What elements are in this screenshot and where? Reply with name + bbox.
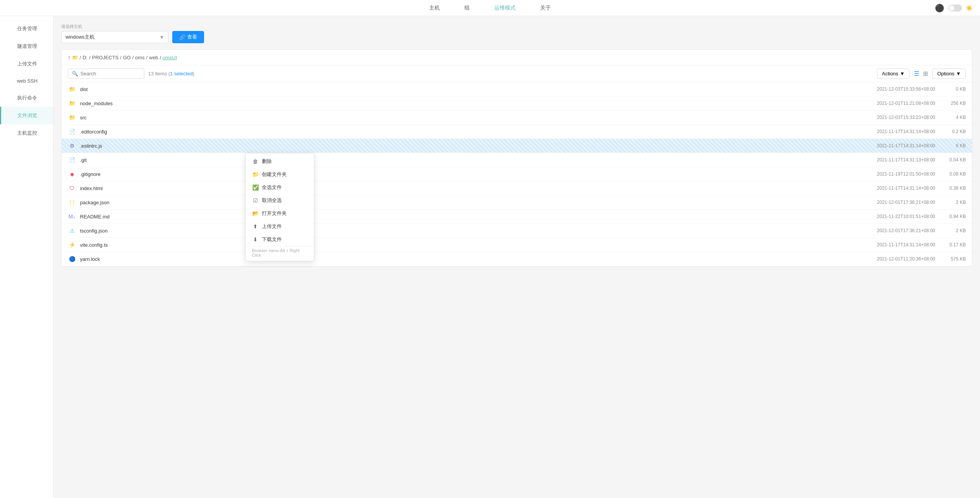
file-name: src bbox=[80, 115, 851, 120]
file-size: 2 KB bbox=[935, 228, 966, 233]
file-date: 2021-11-17T14:31:14+08:00 bbox=[851, 143, 935, 148]
breadcrumb-sep-3: / bbox=[120, 55, 122, 60]
grid-view-button[interactable]: ⊞ bbox=[922, 69, 929, 78]
host-label: 请选择主机 bbox=[61, 24, 972, 29]
breadcrumb-web[interactable]: web bbox=[149, 55, 158, 60]
file-row[interactable]: M↓ README.md 2021-11-22T10:01:51+08:00 0… bbox=[62, 210, 972, 224]
context-menu-item-deselect-all[interactable]: ☑ 取消全选 bbox=[246, 194, 314, 207]
breadcrumb-go[interactable]: GO bbox=[123, 55, 131, 60]
search-box[interactable]: 🔍 bbox=[68, 68, 144, 79]
context-menu-label: 取消全选 bbox=[262, 197, 282, 204]
actions-chevron-icon: ▼ bbox=[900, 71, 905, 76]
context-menu-item-upload[interactable]: ⬆ 上传文件 bbox=[246, 220, 314, 233]
context-menu: 🗑 删除 📁 创建文件夹 ✅ 全选文件 ☑ 取消全选 📂 打开文件夹 ⬆ 上传文… bbox=[245, 153, 314, 261]
breadcrumb-sep-6: / bbox=[160, 55, 161, 60]
sidebar-item-execute[interactable]: 执行命令 bbox=[0, 89, 53, 107]
nav-about[interactable]: 关于 bbox=[537, 3, 554, 13]
context-menu-icon: ☑ bbox=[252, 197, 259, 203]
file-name: .git bbox=[80, 157, 851, 163]
sidebar-item-files[interactable]: 文件浏览 bbox=[0, 107, 53, 124]
nav-host[interactable]: 主机 bbox=[426, 3, 443, 13]
breadcrumb-d[interactable]: D: bbox=[83, 55, 88, 60]
view-button[interactable]: 🔗 查看 bbox=[172, 31, 204, 43]
item-count: 13 items (1 selected) bbox=[148, 71, 194, 76]
file-row[interactable]: 📄 .editorconfig 2021-11-17T14:31:14+08:0… bbox=[62, 125, 972, 139]
list-view-button[interactable]: ☰ bbox=[913, 69, 920, 78]
file-date: 2021-11-17T14:31:13+08:00 bbox=[851, 157, 935, 163]
context-menu-item-select-all[interactable]: ✅ 全选文件 bbox=[246, 181, 314, 194]
file-date: 2021-12-03T15:33:23+08:00 bbox=[851, 115, 935, 120]
file-date: 2021-12-03T15:33:56+08:00 bbox=[851, 86, 935, 92]
actions-button[interactable]: Actions ▼ bbox=[877, 68, 910, 79]
link-icon: 🔗 bbox=[179, 34, 185, 40]
sidebar: 任务管理 隧道管理 上传文件 web SSH 执行命令 文件浏览 主机监控 bbox=[0, 16, 54, 498]
context-menu-item-delete[interactable]: 🗑 删除 bbox=[246, 155, 314, 168]
file-row[interactable]: { } package.json 2021-12-01T17:36:21+08:… bbox=[62, 195, 972, 210]
breadcrumb: ↑ 📁 / D: / PROJECTS / GO / oms / web / o… bbox=[62, 50, 972, 65]
breadcrumb-oms[interactable]: oms bbox=[135, 55, 145, 60]
file-date: 2021-11-22T10:01:51+08:00 bbox=[851, 214, 935, 219]
file-row[interactable]: ⚠ tsconfig.json 2021-12-01T17:36:21+08:0… bbox=[62, 224, 972, 238]
context-menu-label: 全选文件 bbox=[262, 184, 282, 191]
context-menu-label: 创建文件夹 bbox=[262, 171, 287, 178]
up-icon[interactable]: ↑ bbox=[68, 54, 70, 60]
file-row[interactable]: 📁 dist 2021-12-03T15:33:56+08:00 0 KB bbox=[62, 82, 972, 96]
file-name: tsconfig.json bbox=[80, 228, 851, 234]
file-row[interactable]: 🔵 yarn.lock 2021-12-01T11:20:36+08:00 57… bbox=[62, 252, 972, 266]
file-name: index.html bbox=[80, 186, 851, 191]
sidebar-item-upload[interactable]: 上传文件 bbox=[0, 55, 53, 73]
file-icon: ⚠ bbox=[68, 226, 76, 235]
breadcrumb-projects[interactable]: PROJECTS bbox=[92, 55, 118, 60]
file-name: dist bbox=[80, 86, 851, 92]
nav-right: ⚫ ☀️ bbox=[935, 3, 972, 13]
context-menu-item-download[interactable]: ⬇ 下载文件 bbox=[246, 233, 314, 246]
file-date: 2021-11-17T14:31:14+08:00 bbox=[851, 186, 935, 191]
nav-items: 主机 组 运维模式 关于 bbox=[426, 3, 554, 13]
file-size: 0 KB bbox=[935, 86, 966, 92]
file-size: 575 KB bbox=[935, 256, 966, 262]
file-icon: 📁 bbox=[68, 99, 76, 107]
file-date: 2021-12-01T11:20:36+08:00 bbox=[851, 256, 935, 262]
breadcrumb-sep-1: / bbox=[80, 55, 81, 60]
context-menu-icon: 📂 bbox=[252, 210, 259, 216]
sidebar-item-monitor[interactable]: 主机监控 bbox=[0, 124, 53, 142]
file-date: 2021-11-17T14:31:14+08:00 bbox=[851, 242, 935, 247]
sidebar-item-webssh[interactable]: web SSH bbox=[0, 73, 53, 89]
file-name: .gitignore bbox=[80, 171, 851, 177]
options-button[interactable]: Options ▼ bbox=[932, 68, 966, 79]
file-row[interactable]: 📄 .git 2021-11-17T14:31:13+08:00 0.04 KB bbox=[62, 153, 972, 167]
file-row[interactable]: ⚙ .eslintrc.js 2021-11-17T14:31:14+08:00… bbox=[62, 139, 972, 153]
toolbar-right: Actions ▼ ☰ ⊞ Options ▼ bbox=[877, 68, 966, 79]
context-menu-label: 打开文件夹 bbox=[262, 210, 287, 217]
file-name: yarn.lock bbox=[80, 256, 851, 262]
file-name: vite.config.ts bbox=[80, 242, 851, 248]
file-row[interactable]: 📁 src 2021-12-03T15:33:23+08:00 4 KB bbox=[62, 111, 972, 125]
theme-toggle[interactable] bbox=[948, 5, 962, 11]
file-row[interactable]: 🛡 index.html 2021-11-17T14:31:14+08:00 0… bbox=[62, 181, 972, 195]
file-date: 2021-11-17T14:31:14+08:00 bbox=[851, 129, 935, 134]
host-select[interactable]: windows主机 ▼ bbox=[61, 31, 168, 43]
github-icon[interactable]: ⚫ bbox=[935, 3, 944, 13]
nav-group[interactable]: 组 bbox=[461, 3, 473, 13]
file-icon: 🛡 bbox=[68, 184, 76, 192]
context-menu-label: 删除 bbox=[262, 158, 272, 165]
sidebar-item-task[interactable]: 任务管理 bbox=[0, 20, 53, 37]
file-row[interactable]: 📁 node_modules 2021-12-01T11:21:08+08:00… bbox=[62, 96, 972, 111]
nav-opsmode[interactable]: 运维模式 bbox=[491, 3, 519, 13]
file-size: 0.17 KB bbox=[935, 242, 966, 247]
file-row[interactable]: ◆ .gitignore 2021-11-19T12:01:50+08:00 0… bbox=[62, 167, 972, 181]
file-row[interactable]: ⚡ vite.config.ts 2021-11-17T14:31:14+08:… bbox=[62, 238, 972, 252]
context-menu-item-create-folder[interactable]: 📁 创建文件夹 bbox=[246, 168, 314, 181]
file-date: 2021-12-01T11:21:08+08:00 bbox=[851, 101, 935, 106]
context-menu-item-open-folder[interactable]: 📂 打开文件夹 bbox=[246, 207, 314, 220]
file-name: node_modules bbox=[80, 101, 851, 106]
file-icon: 📄 bbox=[68, 127, 76, 136]
sidebar-item-tunnel[interactable]: 隧道管理 bbox=[0, 37, 53, 55]
search-icon: 🔍 bbox=[72, 71, 78, 76]
file-icon: ⚡ bbox=[68, 241, 76, 249]
view-button-label: 查看 bbox=[187, 34, 197, 41]
file-size: 4 KB bbox=[935, 115, 966, 120]
search-input[interactable] bbox=[80, 71, 140, 76]
file-icon: ◆ bbox=[68, 170, 76, 178]
breadcrumb-omsui[interactable]: omsUI bbox=[163, 55, 177, 60]
